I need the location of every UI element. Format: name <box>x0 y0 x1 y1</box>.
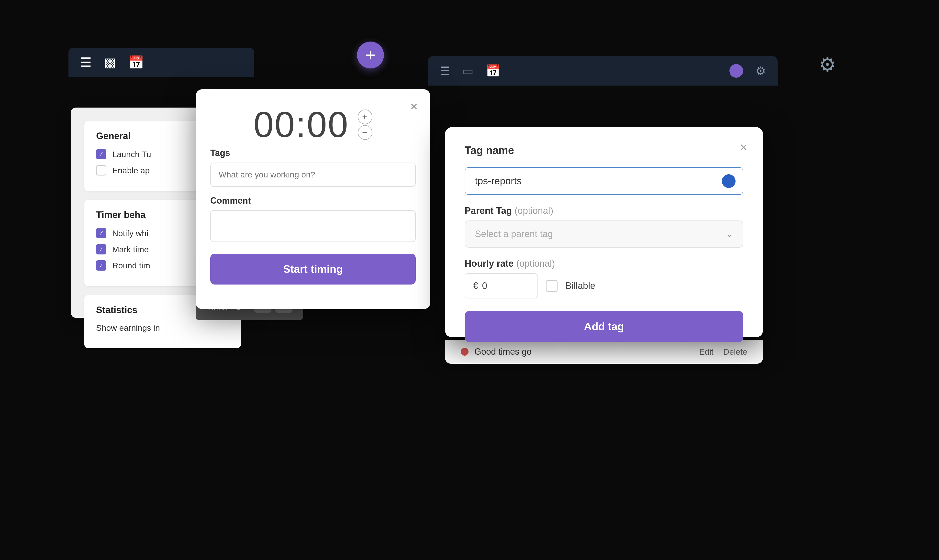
tag-name-wrapper <box>465 167 744 195</box>
timer-value: 00:00 <box>254 104 349 145</box>
timer-decrement-button[interactable]: − <box>358 125 373 140</box>
tag-modal-title: Tag name <box>465 144 744 157</box>
checkmark-icon: ✓ <box>99 262 104 269</box>
timer-display-area: 00:00 + − <box>210 104 416 145</box>
settings-label-notify: Notify whi <box>112 229 148 238</box>
menu-icon[interactable]: ☰ <box>80 55 92 70</box>
statistics-currency-row: Show earnings in <box>96 323 229 333</box>
parent-tag-label: Parent Tag (optional) <box>465 206 744 216</box>
checkmark-icon: ✓ <box>99 151 104 158</box>
hourly-rate-input[interactable]: € 0 <box>465 273 538 298</box>
hourly-rate-label: Hourly rate (optional) <box>465 258 744 269</box>
menu-icon-right[interactable]: ☰ <box>440 64 450 78</box>
tag-name-input[interactable] <box>465 167 744 195</box>
tags-label: Tags <box>210 148 416 158</box>
parent-tag-select[interactable]: Select a parent tag ⌄ <box>465 220 744 248</box>
tags-list: Good times go Edit Delete <box>445 340 763 364</box>
layers-icon[interactable]: ▭ <box>462 64 473 78</box>
calendar-icon-right[interactable]: 📅 <box>486 64 500 78</box>
settings-label-enable: Enable ap <box>112 166 150 175</box>
checkbox-notify[interactable]: ✓ <box>96 228 106 238</box>
tag-item-actions: Edit Delete <box>699 347 747 357</box>
tag-modal-close-button[interactable]: × <box>740 140 747 154</box>
calendar-icon[interactable]: 📅 <box>128 55 144 70</box>
checkbox-mark[interactable]: ✓ <box>96 244 106 254</box>
billable-checkbox[interactable] <box>546 280 557 292</box>
statistics-subtitle: Show earnings in <box>96 323 160 333</box>
currency-symbol: € <box>473 281 478 291</box>
tag-delete-button[interactable]: Delete <box>723 347 747 357</box>
timer-controls: + − <box>358 109 373 140</box>
timer-increment-button[interactable]: + <box>358 109 373 124</box>
tag-color-picker[interactable] <box>722 174 736 188</box>
checkmark-icon: ✓ <box>99 246 104 253</box>
add-timer-button[interactable]: + <box>357 42 384 68</box>
tag-item: Good times go <box>461 347 532 357</box>
billable-label: Billable <box>565 281 596 291</box>
hourly-rate-row: € 0 Billable <box>465 273 744 298</box>
checkmark-icon: ✓ <box>99 230 104 237</box>
start-timing-button[interactable]: Start timing <box>210 254 416 285</box>
bar-chart-icon[interactable]: ▩ <box>104 55 116 70</box>
settings-label-round: Round tim <box>112 261 150 270</box>
parent-tag-placeholder: Select a parent tag <box>475 229 553 239</box>
left-app-topbar: ☰ ▩ 📅 <box>68 48 254 77</box>
settings-label-launch: Launch Tu <box>112 149 151 159</box>
add-tag-button[interactable]: Add tag <box>465 311 744 342</box>
chevron-down-icon: ⌄ <box>726 229 733 239</box>
checkbox-enable[interactable] <box>96 165 106 175</box>
settings-icon-top[interactable]: ⚙ <box>819 53 836 76</box>
parent-tag-optional: (optional) <box>514 206 553 216</box>
tag-item-name: Good times go <box>474 347 532 357</box>
gear-icon-right[interactable]: ⚙ <box>755 64 766 78</box>
settings-label-mark: Mark time <box>112 245 149 254</box>
comment-textarea[interactable] <box>210 210 416 242</box>
checkbox-launch[interactable]: ✓ <box>96 149 106 159</box>
plus-icon: + <box>366 45 376 65</box>
checkbox-round[interactable]: ✓ <box>96 260 106 271</box>
right-app-topbar: ☰ ▭ 📅 ⚙ <box>428 56 777 86</box>
tag-modal: Tag name × Parent Tag (optional) Select … <box>445 127 763 337</box>
avatar[interactable] <box>730 64 743 78</box>
timer-modal-close[interactable]: × <box>410 100 418 113</box>
comment-label: Comment <box>210 195 416 206</box>
hourly-rate-value: 0 <box>482 281 487 291</box>
tags-input[interactable] <box>210 163 416 187</box>
timer-modal: × 00:00 + − Tags Comment Start timing <box>195 89 430 309</box>
hourly-rate-optional: (optional) <box>516 258 555 269</box>
tag-color-dot-red <box>461 348 468 355</box>
tag-edit-button[interactable]: Edit <box>699 347 714 357</box>
